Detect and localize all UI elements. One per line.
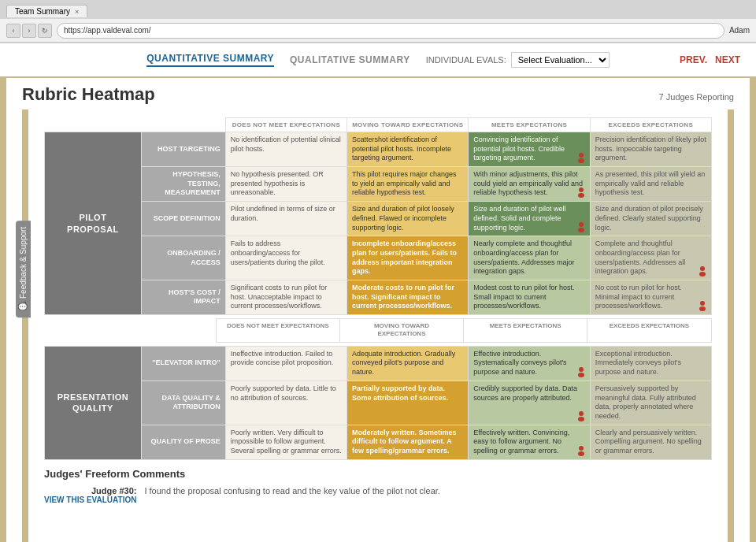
person-icon <box>697 300 708 311</box>
cell-hyp-meets: With minor adjustments, this pilot could… <box>469 167 590 202</box>
cell-onboarding-does-not: Fails to address onboarding/access for u… <box>225 236 346 280</box>
address-bar[interactable] <box>57 23 724 39</box>
svg-point-11 <box>578 373 584 377</box>
criterion-data-quality: DATA QUALITY &ATTRIBUTION <box>141 381 225 425</box>
user-label: Adam <box>729 26 750 35</box>
svg-point-9 <box>699 306 706 311</box>
cell-onboarding-moving: Incomplete onboarding/access plan for us… <box>347 236 469 280</box>
tab-close-icon[interactable]: × <box>75 8 79 16</box>
back-button[interactable]: ‹ <box>6 24 20 38</box>
cell-onboarding-exceeds: Complete and thoughtful onboarding/acces… <box>590 236 711 280</box>
cell-prose-moving: Moderately written. Sometimes difficult … <box>347 425 469 459</box>
section2-header-does-not: DOES NOT MEET EXPECTATIONS <box>216 319 339 343</box>
person-icon <box>576 152 587 163</box>
svg-point-12 <box>579 411 584 416</box>
cell-host-targeting-does-not: No identification of potential clinical … <box>225 132 346 167</box>
cell-scope-moving: Size and duration of pilot loosely defin… <box>347 202 469 236</box>
comment-text: I found the proposal confusing to read a… <box>144 486 712 504</box>
reload-button[interactable]: ↻ <box>38 24 52 38</box>
cell-data-moving: Partially supported by data. Some attrib… <box>347 381 469 425</box>
person-icon <box>576 187 587 198</box>
tab-bar: Team Summary × <box>0 0 756 19</box>
svg-point-8 <box>700 301 705 306</box>
header-moving: MOVING TOWARD EXPECTATIONS <box>347 118 469 132</box>
nav-qualitative[interactable]: QUALITATIVE SUMMARY <box>290 54 410 65</box>
cell-scope-exceeds: Size and duration of pilot precisely def… <box>590 202 711 236</box>
table-row: ONBOARDING /ACCESS Fails to address onbo… <box>45 236 712 280</box>
forward-button[interactable]: › <box>22 24 36 38</box>
section-separator: DOES NOT MEET EXPECTATIONS MOVING TOWARD… <box>45 315 712 347</box>
header-does-not: DOES NOT MEET EXPECTATIONS <box>225 118 346 132</box>
prev-button[interactable]: PREV. <box>680 54 707 65</box>
header-meets: MEETS EXPECTATIONS <box>469 118 590 132</box>
svg-point-13 <box>578 417 584 421</box>
table-row: SCOPE DEFINITION Pilot undefined in term… <box>45 202 712 236</box>
tab-title: Team Summary <box>15 7 70 16</box>
criterion-hypothesis: HYPOTHESIS,TESTING,MEASUREMENT <box>141 167 225 202</box>
table-row: QUALITY OF PROSE Poorly written. Very di… <box>45 425 712 459</box>
eval-select-dropdown[interactable]: Select Evaluation... <box>511 52 610 68</box>
individual-evals-label: INDIVIDUAL EVALS: <box>426 55 506 65</box>
view-evaluation-link[interactable]: VIEW THIS EVALUATION <box>44 496 136 504</box>
cell-scope-meets: Size and duration of pilot well defined.… <box>469 202 590 236</box>
svg-point-1 <box>578 158 584 163</box>
cell-scope-does-not: Pilot undefined in terms of size or dura… <box>225 202 346 236</box>
person-icon <box>576 445 587 456</box>
person-icon <box>576 410 587 421</box>
category-pilot-proposal: PILOTPROPOSAL <box>45 132 142 315</box>
individual-evals-group: INDIVIDUAL EVALS: Select Evaluation... <box>426 52 610 68</box>
svg-point-10 <box>579 367 584 372</box>
person-icon <box>576 221 587 232</box>
feedback-icon: 💬 <box>19 302 28 311</box>
section2-header-exceeds: EXCEEDS EXPECTATIONS <box>587 319 711 343</box>
heatmap-table: DOES NOT MEET EXPECTATIONS MOVING TOWARD… <box>44 117 712 460</box>
page-title: Rubric Heatmap <box>22 84 155 105</box>
cell-data-meets: Credibly supported by data. Data sources… <box>469 381 590 425</box>
feedback-support-tab[interactable]: 💬 Feedback & Support <box>16 221 31 317</box>
browser-chrome: Team Summary × ‹ › ↻ Adam <box>0 0 756 43</box>
cell-elevator-does-not: Ineffective introduction. Failed to prov… <box>225 346 346 381</box>
app-nav: QUANTITATIVE SUMMARY QUALITATIVE SUMMARY… <box>0 43 756 78</box>
svg-point-3 <box>578 193 584 198</box>
cell-elevator-moving: Adequate introduction. Gradually conveye… <box>347 346 469 381</box>
person-icon <box>697 265 708 277</box>
header-area: Rubric Heatmap 7 Judges Reporting <box>0 78 756 110</box>
cell-prose-does-not: Poorly written. Very difficult to imposs… <box>225 425 346 459</box>
table-row: HOST'S COST /IMPACT Significant costs to… <box>45 280 712 314</box>
section2-header-moving: MOVING TOWARDEXPECTATIONS <box>339 319 463 343</box>
table-row: PRESENTATIONQUALITY "ELEVATOR INTRO" Ine… <box>45 346 712 381</box>
browser-tab[interactable]: Team Summary × <box>6 5 87 17</box>
cell-elevator-exceeds: Exceptional introduction. Immediately co… <box>590 346 711 381</box>
criterion-prose: QUALITY OF PROSE <box>141 425 225 459</box>
criterion-hosts-cost: HOST'S COST /IMPACT <box>141 280 225 314</box>
svg-point-15 <box>578 451 584 456</box>
table-row: DATA QUALITY &ATTRIBUTION Poorly support… <box>45 381 712 425</box>
svg-point-7 <box>699 272 706 277</box>
comment-row: Judge #30: VIEW THIS EVALUATION I found … <box>44 486 712 504</box>
cell-hyp-exceeds: As presented, this pilot will yield an e… <box>590 167 711 202</box>
criterion-elevator: "ELEVATOR INTRO" <box>141 346 225 381</box>
nav-quantitative[interactable]: QUANTITATIVE SUMMARY <box>146 53 274 67</box>
next-button[interactable]: NEXT <box>715 54 740 65</box>
cell-hyp-does-not: No hypothesis presented. OR presented hy… <box>225 167 346 202</box>
cell-cost-moving: Moderate costs to run pilot for host. Si… <box>347 280 469 314</box>
section2-header-meets: MEETS EXPECTATIONS <box>464 319 587 343</box>
browser-nav-buttons: ‹ › ↻ <box>6 24 52 38</box>
cell-hyp-moving: This pilot requires major changes to yie… <box>347 167 469 202</box>
content-area: DOES NOT MEET EXPECTATIONS MOVING TOWARD… <box>22 110 734 542</box>
comments-section: Judges' Freeform Comments Judge #30: VIE… <box>44 460 712 515</box>
table-row: HYPOTHESIS,TESTING,MEASUREMENT No hypoth… <box>45 167 712 202</box>
svg-point-4 <box>579 222 584 227</box>
person-icon <box>576 366 587 377</box>
category-presentation-quality: PRESENTATIONQUALITY <box>45 346 142 459</box>
cell-host-targeting-meets: Convincing identification of potential p… <box>469 132 590 167</box>
cell-cost-exceeds: No cost to run pilot for host. Minimal i… <box>590 280 711 314</box>
cell-elevator-meets: Effective introduction. Systematically c… <box>469 346 590 381</box>
column-header-row: DOES NOT MEET EXPECTATIONS MOVING TOWARD… <box>45 118 712 132</box>
cell-prose-meets: Effectively written. Convincing, easy to… <box>469 425 590 459</box>
cell-cost-meets: Modest cost to run pilot for host. Small… <box>469 280 590 314</box>
criterion-onboarding: ONBOARDING /ACCESS <box>141 236 225 280</box>
judges-count: 7 Judges Reporting <box>659 92 734 102</box>
svg-point-0 <box>579 153 584 158</box>
cell-prose-exceeds: Clearly and persuasively written. Compel… <box>590 425 711 459</box>
